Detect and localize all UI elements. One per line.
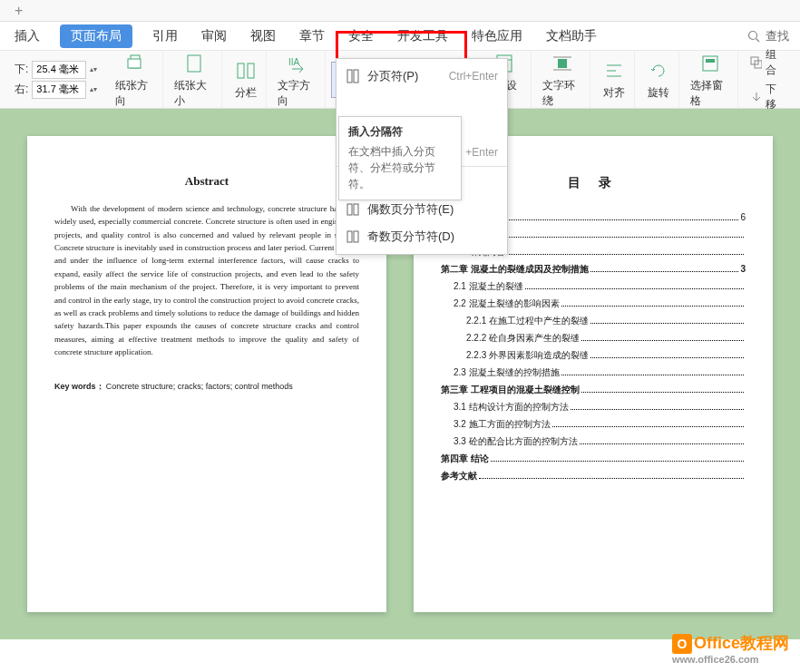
tooltip-title: 插入分隔符 <box>348 124 452 140</box>
menu-page-layout[interactable]: 页面布局 <box>60 24 132 48</box>
toc-line: 2.2.3 外界因素影响造成的裂缝 <box>441 348 746 363</box>
menu-security[interactable]: 安全 <box>345 24 377 48</box>
abstract-body: With the development of modern science a… <box>54 202 359 359</box>
separator-tooltip: 插入分隔符 在文档中插入分页符、分栏符或分节符。 <box>338 116 462 200</box>
toc-line: 2.1 混凝土的裂缝 <box>441 279 746 294</box>
group-button[interactable]: 组合 <box>749 47 785 78</box>
keywords-line: Key words： Concrete structure; cracks; f… <box>54 380 359 393</box>
watermark: OOffice教程网 www.office26.com <box>672 632 789 665</box>
orientation-icon <box>122 51 148 76</box>
columns-group: 分栏 <box>226 51 267 108</box>
watermark-main: Office教程网 <box>694 634 789 652</box>
text-wrap-group: 文字环绕 <box>535 51 590 108</box>
svg-rect-6 <box>248 63 254 78</box>
toc-dots <box>590 351 744 358</box>
toc-dots <box>525 282 744 289</box>
toc-label: 2.1 混凝土的裂缝 <box>454 279 523 294</box>
menu-review[interactable]: 审阅 <box>198 24 230 48</box>
toc-dots <box>580 437 744 444</box>
shortcut-label: Ctrl+Enter <box>449 70 498 83</box>
rotate-button[interactable]: 旋转 <box>646 58 671 101</box>
abstract-page: Abstract With the development of modern … <box>27 136 386 612</box>
size-icon <box>181 51 207 76</box>
select-pane-group: 选择窗格 <box>683 51 738 108</box>
menu-items: 插入 页面布局 引用 审阅 视图 章节 安全 开发工具 特色应用 文档助手 <box>11 24 600 48</box>
search-area[interactable]: 查找 <box>747 28 789 44</box>
text-direction-button[interactable]: IIA 文字方向 <box>278 51 317 109</box>
margin-right-input[interactable] <box>32 81 86 99</box>
toc-label: 2.2.2 砼自身因素产生的裂缝 <box>466 331 580 346</box>
paper-orientation-button[interactable]: 纸张方向 <box>115 51 155 109</box>
move-down-button[interactable]: 下移 <box>749 82 785 112</box>
search-label: 查找 <box>766 28 789 44</box>
shortcut-label: +Enter <box>465 146 498 159</box>
menu-chapter[interactable]: 章节 <box>296 24 328 48</box>
svg-rect-22 <box>347 70 352 83</box>
menu-references[interactable]: 引用 <box>149 24 181 48</box>
align-icon <box>601 58 627 83</box>
text-wrap-button[interactable]: 文字环绕 <box>542 51 582 109</box>
odd-page-section-item[interactable]: 奇数页分节符(D) <box>337 223 507 250</box>
text-direction-group: IIA 文字方向 <box>270 51 326 108</box>
toc-line: 2.2.1 在施工过程中产生的裂缝 <box>441 314 746 328</box>
keywords-label: Key words： <box>54 382 104 391</box>
tooltip-description: 在文档中插入分页符、分栏符或分节符。 <box>348 143 452 192</box>
orientation-group: 纸张方向 <box>108 51 163 108</box>
select-pane-button[interactable]: 选择窗格 <box>690 51 730 109</box>
toc-dots <box>479 472 744 479</box>
menu-bar: 插入 页面布局 引用 审阅 视图 章节 安全 开发工具 特色应用 文档助手 查找 <box>0 22 800 51</box>
toc-dots <box>561 299 744 307</box>
toc-label: 第三章 工程项目的混凝土裂缝控制 <box>441 383 580 397</box>
toc-line: 3.3 砼的配合比方面的控制方法 <box>441 434 746 449</box>
svg-rect-18 <box>703 56 717 71</box>
toc-dots <box>581 385 744 393</box>
svg-rect-30 <box>347 231 352 242</box>
svg-rect-19 <box>706 59 715 63</box>
page-break-item[interactable]: 分页符(P) Ctrl+Enter <box>337 63 507 90</box>
svg-rect-23 <box>354 70 358 83</box>
menu-developer[interactable]: 开发工具 <box>394 24 452 48</box>
toc-line: 2.3 混凝土裂缝的控制措施 <box>441 365 746 380</box>
svg-rect-31 <box>354 231 358 242</box>
toc-dots <box>590 265 739 272</box>
toc-line: 参考文献 <box>441 469 746 483</box>
align-button[interactable]: 对齐 <box>601 58 627 101</box>
margin-bottom-label: 下: <box>15 62 28 77</box>
group-icon <box>749 55 762 70</box>
align-group: 对齐 <box>594 51 635 108</box>
toc-line: 2.2 混凝土裂缝的影响因素 <box>441 297 746 311</box>
watermark-sub: www.office26.com <box>672 654 789 665</box>
margin-bottom-input[interactable] <box>32 61 86 79</box>
toc-line: 2.2.2 砼自身因素产生的裂缝 <box>441 331 746 346</box>
menu-special[interactable]: 特色应用 <box>468 24 526 48</box>
rotate-icon <box>646 58 671 83</box>
columns-button[interactable]: 分栏 <box>233 58 259 101</box>
toc-label: 2.2.3 外界因素影响造成的裂缝 <box>466 348 589 363</box>
menu-doc-assistant[interactable]: 文档助手 <box>542 24 600 48</box>
svg-rect-29 <box>354 204 358 215</box>
odd-page-icon <box>346 229 360 244</box>
margin-right-label: 右: <box>15 82 28 97</box>
add-tab-button[interactable]: + <box>7 3 30 19</box>
stepper-icon[interactable]: ▴▾ <box>90 85 97 93</box>
toc-dots <box>507 248 744 255</box>
stepper-icon[interactable]: ▴▾ <box>90 65 97 73</box>
watermark-icon: O <box>672 634 692 654</box>
toc-dots <box>491 454 744 462</box>
keywords-text: Concrete structure; cracks; factors; con… <box>106 382 293 391</box>
paper-size-button[interactable]: 纸张大小 <box>174 51 214 109</box>
toc-label: 参考文献 <box>441 469 477 483</box>
toc-label: 第二章 混凝土的裂缝成因及控制措施 <box>441 262 589 277</box>
menu-insert[interactable]: 插入 <box>11 24 44 48</box>
toc-label: 2.2.1 在施工过程中产生的裂缝 <box>466 314 589 328</box>
toc-line: 第二章 混凝土的裂缝成因及控制措施3 <box>441 262 746 277</box>
svg-rect-28 <box>347 204 352 215</box>
text-direction-icon: IIA <box>285 51 310 76</box>
menu-view[interactable]: 视图 <box>247 24 279 48</box>
svg-line-1 <box>756 38 760 42</box>
toc-line: 第三章 工程项目的混凝土裂缝控制 <box>441 383 746 397</box>
select-pane-icon <box>698 51 723 76</box>
toc-line: 第四章 结论 <box>441 452 746 466</box>
text-wrap-icon <box>550 51 575 76</box>
toc-dots <box>590 317 744 324</box>
